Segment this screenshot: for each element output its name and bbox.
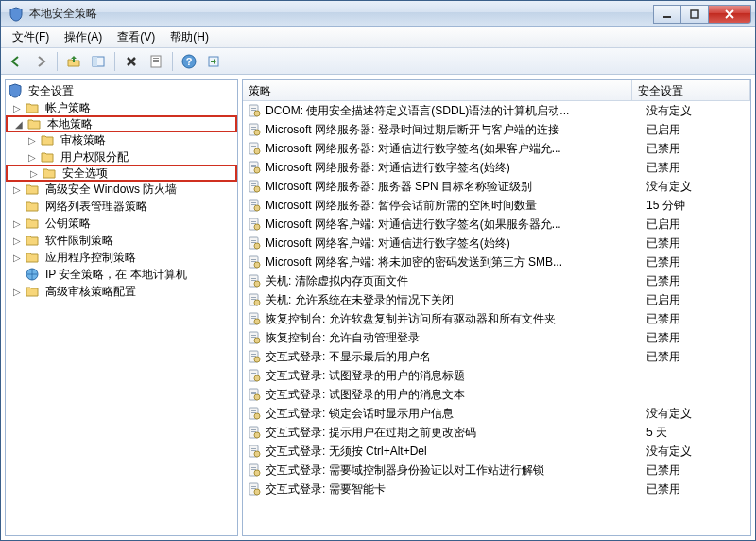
- tree-item[interactable]: ▷公钥策略: [6, 215, 237, 232]
- policy-setting: 没有定义: [646, 444, 750, 460]
- policy-icon: [247, 406, 262, 421]
- tree-view[interactable]: 安全设置▷帐户策略◢本地策略▷审核策略▷用户权限分配▷安全选项▷高级安全 Win…: [6, 80, 237, 535]
- menu-item[interactable]: 查看(V): [110, 27, 163, 47]
- maximize-button[interactable]: [680, 5, 709, 24]
- list-item[interactable]: 关机: 允许系统在未登录的情况下关闭已启用: [243, 290, 750, 309]
- list-item[interactable]: 交互式登录: 无须按 Ctrl+Alt+Del没有定义: [243, 442, 750, 461]
- menu-item[interactable]: 帮助(H): [163, 27, 216, 47]
- policy-icon: [247, 254, 262, 270]
- policy-icon: [247, 462, 262, 478]
- expand-icon[interactable]: ▷: [9, 100, 25, 115]
- list-item[interactable]: 交互式登录: 提示用户在过期之前更改密码5 天: [243, 423, 750, 442]
- menu-item[interactable]: 操作(A): [57, 27, 110, 47]
- tree-item[interactable]: IP 安全策略，在 本地计算机: [6, 266, 237, 283]
- expand-icon[interactable]: ▷: [9, 284, 25, 299]
- list-header[interactable]: 策略 安全设置: [243, 80, 750, 101]
- collapse-icon[interactable]: ◢: [11, 116, 26, 131]
- properties-button[interactable]: [145, 50, 167, 73]
- list-item[interactable]: Microsoft 网络服务器: 登录时间过期后断开与客户端的连接已启用: [243, 120, 750, 139]
- folder-icon: [40, 132, 55, 148]
- list-item[interactable]: Microsoft 网络服务器: 对通信进行数字签名(如果客户端允...已禁用: [243, 139, 750, 158]
- delete-button[interactable]: [120, 50, 143, 73]
- policy-setting: 已禁用: [646, 236, 750, 252]
- policy-name: Microsoft 网络客户端: 将未加密的密码发送到第三方 SMB...: [266, 254, 646, 270]
- ipsec-icon: [25, 267, 40, 282]
- policy-icon: [247, 103, 262, 118]
- policy-icon: [247, 198, 262, 213]
- list-item[interactable]: Microsoft 网络客户端: 对通信进行数字签名(始终)已禁用: [243, 234, 750, 253]
- tree-item-label: 高级安全 Windows 防火墙: [43, 181, 180, 199]
- expand-icon[interactable]: ▷: [9, 233, 25, 248]
- expand-icon[interactable]: ▷: [25, 149, 40, 165]
- help-button[interactable]: [178, 50, 200, 73]
- policy-setting: 已禁用: [646, 141, 750, 157]
- column-header-setting[interactable]: 安全设置: [632, 80, 750, 100]
- toolbar-divider: [114, 52, 115, 71]
- policy-name: Microsoft 网络服务器: 服务器 SPN 目标名称验证级别: [266, 179, 646, 195]
- list-body[interactable]: DCOM: 使用安全描述符定义语言(SDDL)语法的计算机启动...没有定义Mi…: [243, 101, 750, 535]
- folder-icon: [25, 250, 40, 265]
- back-button[interactable]: [5, 50, 27, 73]
- tree-item[interactable]: ▷高级安全 Windows 防火墙: [6, 181, 237, 198]
- list-item[interactable]: Microsoft 网络客户端: 对通信进行数字签名(如果服务器允...已启用: [243, 215, 750, 234]
- tree-item[interactable]: 网络列表管理器策略: [6, 198, 237, 215]
- folder-icon: [26, 116, 42, 131]
- list-item[interactable]: 交互式登录: 需要智能卡已禁用: [243, 480, 750, 498]
- titlebar[interactable]: 本地安全策略: [1, 1, 755, 27]
- list-item[interactable]: 恢复控制台: 允许自动管理登录已禁用: [243, 328, 750, 347]
- policy-setting: 没有定义: [646, 103, 750, 119]
- tree-root[interactable]: 安全设置: [6, 82, 237, 99]
- policy-name: 交互式登录: 需要域控制器身份验证以对工作站进行解锁: [266, 462, 646, 479]
- policy-name: 交互式登录: 需要智能卡: [266, 481, 646, 497]
- policy-setting: 没有定义: [646, 179, 750, 195]
- policy-setting: 已禁用: [646, 311, 750, 327]
- policy-name: 交互式登录: 试图登录的用户的消息文本: [266, 387, 646, 403]
- tree-item[interactable]: ▷安全选项: [6, 165, 237, 182]
- list-item[interactable]: Microsoft 网络客户端: 将未加密的密码发送到第三方 SMB...已禁用: [243, 253, 750, 271]
- list-item[interactable]: 交互式登录: 试图登录的用户的消息文本: [243, 385, 750, 404]
- list-panel: 策略 安全设置 DCOM: 使用安全描述符定义语言(SDDL)语法的计算机启动.…: [242, 79, 751, 536]
- tree-item[interactable]: ▷审核策略: [6, 131, 237, 148]
- show-hide-tree-button[interactable]: [87, 50, 110, 73]
- policy-setting: 15 分钟: [646, 198, 750, 214]
- list-item[interactable]: DCOM: 使用安全描述符定义语言(SDDL)语法的计算机启动...没有定义: [243, 101, 750, 120]
- svg-rect-14: [663, 16, 671, 18]
- policy-name: 关机: 清除虚拟内存页面文件: [266, 273, 646, 289]
- expand-icon[interactable]: ▷: [9, 250, 25, 265]
- policy-icon: [247, 217, 262, 232]
- policy-icon: [247, 122, 262, 137]
- forward-button[interactable]: [29, 50, 52, 73]
- minimize-button[interactable]: [653, 5, 681, 24]
- close-button[interactable]: [708, 5, 751, 24]
- tree-item[interactable]: ▷帐户策略: [6, 99, 237, 116]
- policy-icon: [247, 330, 262, 345]
- up-button[interactable]: [62, 50, 85, 73]
- list-item[interactable]: 交互式登录: 锁定会话时显示用户信息没有定义: [243, 404, 750, 423]
- tree-item[interactable]: ▷高级审核策略配置: [6, 283, 237, 300]
- list-item[interactable]: Microsoft 网络服务器: 暂停会话前所需的空闲时间数量15 分钟: [243, 196, 750, 215]
- list-item[interactable]: 关机: 清除虚拟内存页面文件已禁用: [243, 271, 750, 290]
- column-header-policy[interactable]: 策略: [243, 80, 632, 100]
- tree-item[interactable]: ◢本地策略: [6, 115, 237, 132]
- list-item[interactable]: 交互式登录: 需要域控制器身份验证以对工作站进行解锁已禁用: [243, 461, 750, 480]
- policy-name: Microsoft 网络服务器: 暂停会话前所需的空闲时间数量: [266, 198, 646, 214]
- tree-item[interactable]: ▷用户权限分配: [6, 148, 237, 166]
- tree-item[interactable]: ▷软件限制策略: [6, 232, 237, 249]
- expand-icon[interactable]: ▷: [9, 216, 25, 231]
- policy-name: Microsoft 网络客户端: 对通信进行数字签名(如果服务器允...: [266, 217, 646, 233]
- menu-item[interactable]: 文件(F): [5, 27, 57, 47]
- tree-item[interactable]: ▷应用程序控制策略: [6, 249, 237, 266]
- export-button[interactable]: [202, 50, 225, 73]
- tree-item-label: 审核策略: [58, 131, 109, 149]
- expand-icon[interactable]: ▷: [26, 166, 42, 181]
- list-item[interactable]: 交互式登录: 试图登录的用户的消息标题: [243, 366, 750, 385]
- content-area: 安全设置▷帐户策略◢本地策略▷审核策略▷用户权限分配▷安全选项▷高级安全 Win…: [1, 75, 755, 540]
- list-item[interactable]: 交互式登录: 不显示最后的用户名已禁用: [243, 347, 750, 366]
- expand-icon[interactable]: ▷: [9, 182, 25, 197]
- list-item[interactable]: 恢复控制台: 允许软盘复制并访问所有驱动器和所有文件夹已禁用: [243, 309, 750, 328]
- expand-icon[interactable]: ▷: [25, 132, 40, 148]
- list-item[interactable]: Microsoft 网络服务器: 对通信进行数字签名(始终)已禁用: [243, 158, 750, 177]
- folder-icon: [25, 199, 40, 214]
- policy-icon: [247, 179, 262, 194]
- list-item[interactable]: Microsoft 网络服务器: 服务器 SPN 目标名称验证级别没有定义: [243, 177, 750, 196]
